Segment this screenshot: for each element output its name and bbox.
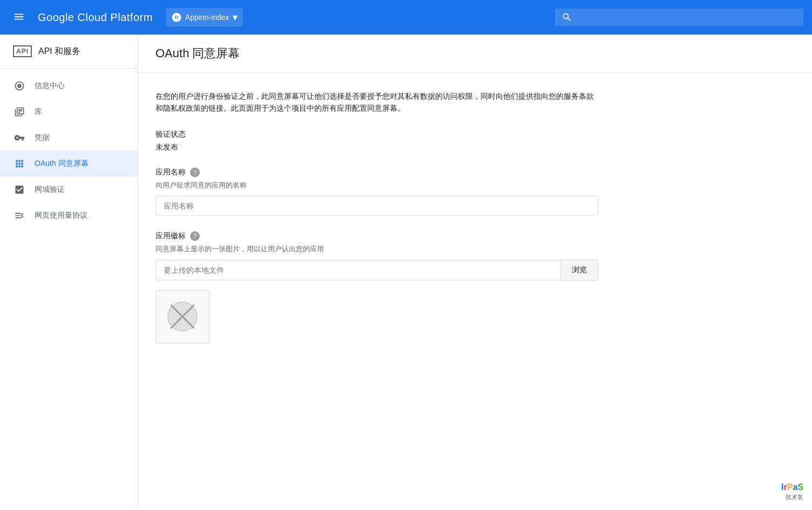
sidebar-item-oauth[interactable]: OAuth 同意屏幕: [0, 151, 138, 177]
verification-status-section: 验证状态 未发布: [155, 130, 795, 152]
page-title: OAuth 同意屏幕: [155, 45, 795, 62]
app-logo-label: 应用徽标: [155, 231, 186, 241]
sidebar-item-credentials[interactable]: 凭据: [0, 125, 138, 151]
image-preview: [155, 290, 209, 344]
sidebar-item-label-credentials: 凭据: [35, 133, 50, 143]
sidebar-item-dashboard[interactable]: 信息中心: [0, 73, 138, 99]
menu-button[interactable]: [9, 6, 29, 29]
sidebar-item-label-oauth: OAuth 同意屏幕: [35, 159, 89, 169]
file-path-input[interactable]: [155, 260, 560, 280]
credentials-icon: [13, 131, 26, 144]
app-logo-help-icon[interactable]: ?: [190, 231, 200, 241]
verification-status-value: 未发布: [155, 143, 795, 152]
sidebar-item-label-library: 库: [35, 107, 42, 117]
app-name-section: 应用名称 ? 向用户征求同意的应用的名称: [155, 167, 795, 216]
app-title: Google Cloud Platform: [38, 11, 153, 24]
file-upload-row: 浏览: [155, 259, 598, 281]
app-name-label-row: 应用名称 ?: [155, 167, 795, 177]
sidebar-item-page-usage[interactable]: 网页使用量协议: [0, 203, 138, 229]
app-logo-sublabel: 同意屏幕上显示的一张图片，用以让用户认出您的应用: [155, 244, 795, 254]
watermark: I r P a S 技术客: [781, 482, 803, 501]
content-area: OAuth 同意屏幕 在您的用户进行身份验证之前，此同意屏幕可让他们选择是否要授…: [138, 35, 812, 510]
app-name-label: 应用名称: [155, 167, 186, 177]
top-header: Google Cloud Platform Appinn-index ▾: [0, 0, 812, 35]
dropdown-arrow-icon: ▾: [233, 11, 238, 23]
watermark-logo: I r P a S: [781, 482, 803, 492]
library-icon: [13, 105, 26, 118]
main-layout: API API 和服务 信息中心 库: [0, 35, 812, 510]
project-selector[interactable]: Appinn-index ▾: [166, 8, 243, 26]
sidebar-item-library[interactable]: 库: [0, 99, 138, 125]
content-body: 在您的用户进行身份验证之前，此同意屏幕可让他们选择是否要授予您对其私有数据的访问…: [138, 73, 812, 510]
app-logo-section: 应用徽标 ? 同意屏幕上显示的一张图片，用以让用户认出您的应用 浏览: [155, 231, 795, 344]
header-logo-area: Google Cloud Platform: [38, 11, 153, 24]
domain-icon: [13, 183, 26, 196]
api-badge: API: [13, 45, 32, 57]
browse-button[interactable]: 浏览: [560, 259, 598, 281]
sidebar-item-label-page-usage: 网页使用量协议: [35, 211, 87, 220]
sidebar-item-domain[interactable]: 网域验证: [0, 177, 138, 203]
search-bar[interactable]: [555, 9, 803, 26]
verification-status-label: 验证状态: [155, 130, 795, 139]
app-name-input[interactable]: [155, 196, 598, 216]
app-name-sublabel: 向用户征求同意的应用的名称: [155, 180, 795, 190]
sidebar: API API 和服务 信息中心 库: [0, 35, 138, 510]
project-name: Appinn-index: [185, 13, 229, 22]
sidebar-item-label-domain: 网域验证: [35, 185, 65, 194]
sidebar-item-label-dashboard: 信息中心: [35, 81, 65, 91]
page-usage-icon: [13, 209, 26, 222]
sidebar-section-title: API 和服务: [38, 46, 80, 57]
content-header: OAuth 同意屏幕: [138, 35, 812, 73]
app-name-help-icon[interactable]: ?: [190, 167, 200, 177]
sidebar-header: API API 和服务: [0, 35, 138, 69]
oauth-icon: [13, 157, 26, 170]
search-icon: [561, 12, 572, 23]
dashboard-icon: [13, 79, 26, 92]
sidebar-nav: 信息中心 库 凭据: [0, 69, 138, 233]
no-image-icon: [166, 300, 199, 333]
app-logo-label-row: 应用徽标 ?: [155, 231, 795, 241]
watermark-subtext: 技术客: [786, 493, 803, 501]
description-text: 在您的用户进行身份验证之前，此同意屏幕可让他们选择是否要授予您对其私有数据的访问…: [155, 90, 598, 115]
